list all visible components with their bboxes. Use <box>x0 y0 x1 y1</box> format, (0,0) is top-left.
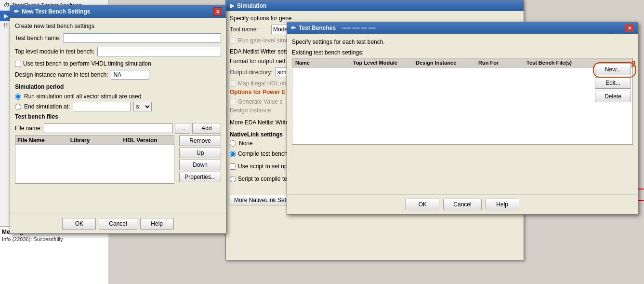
gate-level-label: Run gate-level simula <box>238 37 293 44</box>
test-benches-dialog: ✏ Test Benches ••••• •••• ••• •••• ✕ Spe… <box>287 22 638 215</box>
ntb-sim-end-input[interactable] <box>73 102 131 111</box>
ntb-col-library: Library <box>68 136 121 145</box>
tb-table-header: Name Top Level Module Design Instance Ru… <box>292 58 632 68</box>
eda-netlist-label: EDA Netlist Writer setti <box>230 48 288 55</box>
tb-new-button[interactable]: New... <box>595 64 631 75</box>
ntb-ok-button[interactable]: OK <box>62 218 96 230</box>
tb-window-controls: ✕ <box>625 24 634 32</box>
ntb-down-button[interactable]: Down <box>179 160 221 170</box>
tool-name-label: Tool name: <box>230 26 268 33</box>
ntb-bench-name-label: Test bench name: <box>15 35 61 41</box>
message-area: Message Info (22036): Successfully <box>0 226 108 284</box>
options-power-label: Options for Power E <box>230 89 285 95</box>
tb-body: Specify settings for each test bench. Ex… <box>287 34 638 149</box>
ntb-cancel-button[interactable]: Cancel <box>99 218 137 230</box>
tb-blurred-subtitle: ••••• •••• ••• •••• <box>342 25 376 31</box>
ntb-title-left: ✏ New Test Bench Settings <box>14 8 90 15</box>
ntb-design-instance-input[interactable] <box>111 70 149 80</box>
ntb-action-buttons: Remove Up Down Properties... <box>179 135 221 184</box>
map-illegal-checkbox[interactable] <box>230 81 236 87</box>
new-btn-container: New... <box>595 64 631 75</box>
eda-scroll-indicator: !!! <box>4 22 9 29</box>
tb-content-area: Name Top Level Module Design Instance Ru… <box>292 58 633 145</box>
ntb-create-label: Create new test bench settings. <box>15 23 221 29</box>
ntb-close-btn[interactable]: ✕ <box>213 7 222 16</box>
specify-row: Specify options for gene <box>230 15 520 22</box>
tb-table-container: Name Top Level Module Design Instance Ru… <box>292 58 633 145</box>
col-design-instance: Design Instance <box>413 58 475 67</box>
ntb-file-name-row: File name: ... Add <box>15 123 221 134</box>
generate-value-label: Generate Value c <box>238 98 283 105</box>
ntb-top-level-row: Top level module in test bench: <box>15 47 221 56</box>
tb-ok-button[interactable]: OK <box>406 199 439 210</box>
ntb-bench-name-input[interactable] <box>64 33 221 43</box>
tb-delete-button[interactable]: Delete <box>595 91 631 102</box>
ntb-radio-run-label: Run simulation until all vector stimuli … <box>24 93 141 100</box>
simulation-title-bar: ▶ Simulation <box>226 0 524 11</box>
tb-footer: OK Cancel Help <box>287 194 638 214</box>
new-testbench-dialog: ✏ New Test Bench Settings ✕ Create new t… <box>10 5 226 234</box>
tb-title-left: ✏ Test Benches ••••• •••• ••• •••• <box>291 25 376 31</box>
output-dir-label: Output directory: <box>230 69 273 76</box>
ntb-bench-name-row: Test bench name: <box>15 33 221 43</box>
ntb-design-instance-label: Design instance name in test bench: <box>15 71 108 78</box>
ntb-remove-button[interactable]: Remove <box>179 135 221 146</box>
more-eda-label: More EDA Netlist Write <box>230 119 289 126</box>
ntb-footer: OK Cancel Help <box>10 214 226 233</box>
tb-edit-button[interactable]: Edit... <box>595 77 631 89</box>
col-run-for: Run For <box>475 58 524 67</box>
simulation-title-icon: ▶ <box>230 2 234 9</box>
radio-none[interactable] <box>230 140 236 147</box>
tb-title-bar: ✏ Test Benches ••••• •••• ••• •••• ✕ <box>287 22 638 34</box>
ntb-properties-button[interactable]: Properties... <box>179 172 221 182</box>
radio-none-label: None <box>239 140 253 147</box>
ntb-file-name-input[interactable] <box>44 123 173 133</box>
annotation-2: 2 <box>631 60 636 68</box>
radio-compile-label: Compile test bench: <box>238 150 289 157</box>
ntb-title-bar: ✏ New Test Bench Settings ✕ <box>10 5 226 18</box>
radio-script-compile[interactable] <box>230 176 236 182</box>
ntb-timing-label: Use test bench to perform VHDL timing si… <box>23 60 151 67</box>
design-instance-label: Design instance <box>230 107 271 114</box>
tb-right-buttons: New... Edit... Delete 2 <box>595 64 631 102</box>
ntb-files-table: File Name Library HDL Version <box>15 135 174 184</box>
ntb-radio-run-row: Run simulation until all vector stimuli … <box>15 93 221 100</box>
ntb-top-level-label: Top level module in test bench: <box>15 48 94 55</box>
col-name: Name <box>292 58 350 67</box>
tb-existing-label: Existing test bench settings: <box>292 49 633 56</box>
ntb-browse-button[interactable]: ... <box>175 123 190 134</box>
specify-label: Specify options for gene <box>230 15 292 22</box>
ntb-col-filename: File Name <box>15 136 68 145</box>
message-text: Info (22036): Successfully <box>2 236 106 242</box>
ntb-radio-end-label: End simulation at: <box>24 103 70 110</box>
generate-value-checkbox[interactable] <box>230 99 236 105</box>
ntb-sim-end-unit[interactable]: s ms us ns ps <box>133 102 152 111</box>
tb-help-button[interactable]: Help <box>486 199 519 210</box>
use-script-checkbox[interactable] <box>230 163 236 170</box>
ntb-table-header: File Name Library HDL Version <box>15 136 174 145</box>
ntb-radio-run[interactable] <box>15 94 21 100</box>
col-top-level: Top Level Module <box>350 58 413 67</box>
eda-icon: ▶ <box>4 13 8 19</box>
radio-compile[interactable] <box>230 151 236 157</box>
tb-close-btn[interactable]: ✕ <box>625 24 634 32</box>
tb-title-label: Test Benches <box>299 25 336 31</box>
tb-table: Name Top Level Module Design Instance Ru… <box>292 58 633 145</box>
tb-title-icon: ✏ <box>291 25 296 31</box>
ntb-table-action-area: File Name Library HDL Version Remove Up … <box>15 135 221 184</box>
ntb-timing-checkbox[interactable] <box>15 61 21 67</box>
ntb-design-instance-row: Design instance name in test bench: <box>15 70 221 80</box>
simulation-title-label: Simulation <box>237 2 266 9</box>
ntb-sim-period-title: Simulation period <box>15 83 221 90</box>
map-illegal-label: Map illegal HDL cha <box>238 80 289 87</box>
ntb-file-name-label: File name: <box>15 125 42 132</box>
gate-level-checkbox[interactable] <box>230 38 236 44</box>
ntb-radio-end[interactable] <box>15 104 21 110</box>
ntb-top-level-input[interactable] <box>97 47 221 56</box>
ntb-body: Create new test bench settings. Test ben… <box>10 18 226 189</box>
ntb-help-button[interactable]: Help <box>140 218 174 230</box>
ntb-up-button[interactable]: Up <box>179 148 221 158</box>
ntb-add-button[interactable]: Add <box>192 123 221 134</box>
ntb-radio-end-row: End simulation at: s ms us ns ps <box>15 102 221 111</box>
tb-cancel-button[interactable]: Cancel <box>443 199 481 210</box>
